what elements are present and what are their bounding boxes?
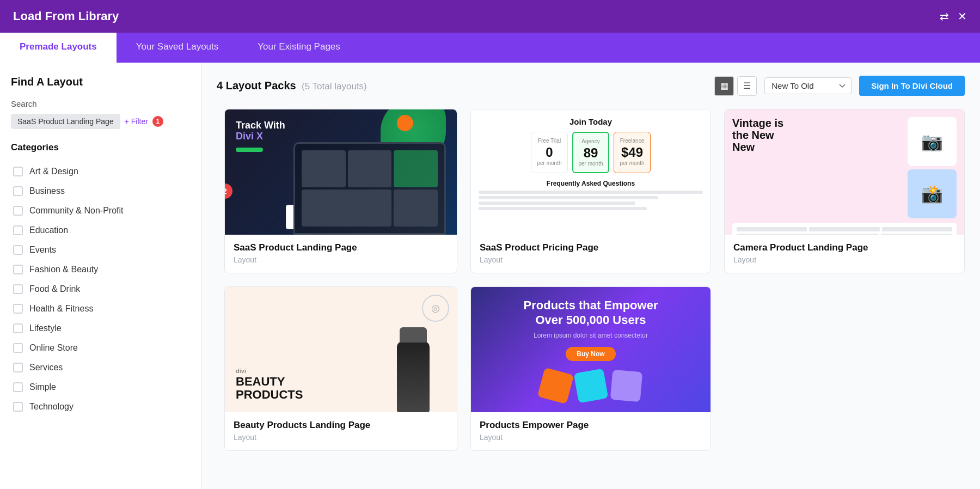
- card-thumbnail-1: Track With Divi X: [225, 109, 457, 235]
- category-label-education: Education: [29, 225, 68, 235]
- category-label-community: Community & Non-Profit: [29, 206, 124, 216]
- category-checkbox-events[interactable]: [13, 245, 23, 255]
- filter-badge: 1: [152, 116, 163, 127]
- content-area: 4 Layout Packs (5 Total layouts) ▦ ☰ New…: [201, 63, 980, 489]
- card-thumbnail-2: Join Today Free Trial 0 per month Agency…: [471, 109, 710, 235]
- category-item-technology[interactable]: Technology: [11, 397, 190, 417]
- category-checkbox-health-fitness[interactable]: [13, 304, 23, 314]
- category-item-simple[interactable]: Simple: [11, 377, 190, 397]
- card-title-1: SaaS Product Landing Page: [234, 242, 448, 253]
- category-checkbox-education[interactable]: [13, 225, 23, 235]
- sidebar: Find A Layout Search SaaS Product Landin…: [0, 63, 201, 489]
- sort-select[interactable]: New To Old Old To New A to Z Z to A: [764, 77, 852, 94]
- tab-saved[interactable]: Your Saved Layouts: [117, 33, 238, 63]
- card-info-3: Camera Product Landing Page Layout: [725, 235, 964, 273]
- main-layout: Find A Layout Search SaaS Product Landin…: [0, 63, 980, 489]
- category-item-health-fitness[interactable]: Health & Fitness: [11, 299, 190, 319]
- title-bar: Load From Library ⇄ ✕: [0, 0, 980, 33]
- search-tag[interactable]: SaaS Product Landing Page: [11, 114, 120, 129]
- card-title-5: Products Empower Page: [480, 420, 702, 431]
- category-label-events: Events: [29, 245, 56, 255]
- layout-card-4[interactable]: divi BEAUTYPRODUCTS ◎ Beauty Products La…: [224, 286, 457, 451]
- category-checkbox-services[interactable]: [13, 363, 23, 372]
- category-checkbox-business[interactable]: [13, 186, 23, 196]
- grid-view-button[interactable]: ▦: [714, 76, 734, 96]
- layout-card-5[interactable]: Products that EmpowerOver 500,000 Users …: [470, 286, 711, 451]
- close-icon[interactable]: ✕: [958, 10, 967, 23]
- card-type-3: Layout: [733, 255, 955, 264]
- category-item-art-design[interactable]: Art & Design: [11, 162, 190, 181]
- category-checkbox-community[interactable]: [13, 206, 23, 216]
- content-header: 4 Layout Packs (5 Total layouts) ▦ ☰ New…: [217, 76, 965, 96]
- category-item-lifestyle[interactable]: Lifestyle: [11, 319, 190, 338]
- category-label-art-design: Art & Design: [29, 167, 78, 176]
- search-row: SaaS Product Landing Page + Filter 1: [11, 114, 190, 129]
- title-bar-actions: ⇄ ✕: [940, 10, 967, 23]
- category-label-services: Services: [29, 363, 63, 372]
- card-thumbnail-5: Products that EmpowerOver 500,000 Users …: [471, 287, 710, 412]
- category-item-services[interactable]: Services: [11, 358, 190, 377]
- card-title-4: Beauty Products Landing Page: [234, 420, 448, 431]
- search-label: Search: [11, 99, 190, 108]
- tab-bar: Premade Layouts Your Saved Layouts Your …: [0, 33, 980, 63]
- category-checkbox-simple[interactable]: [13, 382, 23, 392]
- category-checkbox-lifestyle[interactable]: [13, 323, 23, 333]
- category-checkbox-technology[interactable]: [13, 402, 23, 412]
- pin-icon[interactable]: ⇄: [940, 10, 949, 23]
- layout-card-2[interactable]: Join Today Free Trial 0 per month Agency…: [470, 109, 711, 273]
- category-label-simple: Simple: [29, 382, 56, 392]
- layout-count: 4 Layout Packs (5 Total layouts): [217, 80, 367, 92]
- list-icon: ☰: [743, 81, 751, 91]
- category-label-food-drink: Food & Drink: [29, 284, 80, 294]
- view-toggle: ▦ ☰: [714, 76, 757, 96]
- filter-button[interactable]: + Filter: [125, 117, 148, 126]
- orange-blob: [397, 115, 413, 131]
- card-info-1: SaaS Product Landing Page Layout: [225, 235, 457, 273]
- card-info-5: Products Empower Page Layout: [471, 412, 710, 450]
- category-label-lifestyle: Lifestyle: [29, 323, 62, 333]
- category-item-events[interactable]: Events: [11, 240, 190, 260]
- card-type-4: Layout: [234, 433, 448, 442]
- category-item-community[interactable]: Community & Non-Profit: [11, 201, 190, 221]
- sign-in-button[interactable]: Sign In To Divi Cloud: [859, 76, 965, 96]
- layout-grid: 2 Track With Divi X: [217, 109, 965, 451]
- title-bar-title: Load From Library: [13, 9, 119, 23]
- card-info-4: Beauty Products Landing Page Layout: [225, 412, 457, 450]
- category-item-food-drink[interactable]: Food & Drink: [11, 279, 190, 299]
- category-label-online-store: Online Store: [29, 343, 78, 353]
- category-item-online-store[interactable]: Online Store: [11, 338, 190, 358]
- card-title-2: SaaS Product Pricing Page: [480, 242, 702, 253]
- card-type-5: Layout: [480, 433, 702, 442]
- category-checkbox-fashion-beauty[interactable]: [13, 265, 23, 274]
- category-label-fashion-beauty: Fashion & Beauty: [29, 265, 98, 274]
- sidebar-title: Find A Layout: [11, 76, 190, 88]
- card-thumbnail-3: Vintage isthe NewNew 📷 📸: [725, 109, 964, 235]
- card-title-3: Camera Product Landing Page: [733, 242, 955, 253]
- grid-icon: ▦: [720, 81, 728, 91]
- category-checkbox-online-store[interactable]: [13, 343, 23, 353]
- category-checkbox-art-design[interactable]: [13, 167, 23, 176]
- card-thumbnail-4: divi BEAUTYPRODUCTS ◎: [225, 287, 457, 412]
- categories-title: Categories: [11, 142, 190, 153]
- card-info-2: SaaS Product Pricing Page Layout: [471, 235, 710, 273]
- card-type-2: Layout: [480, 255, 702, 264]
- category-item-fashion-beauty[interactable]: Fashion & Beauty: [11, 260, 190, 279]
- layout-card-3[interactable]: Vintage isthe NewNew 📷 📸: [724, 109, 965, 273]
- category-label-technology: Technology: [29, 402, 74, 412]
- tab-existing[interactable]: Your Existing Pages: [238, 33, 360, 63]
- layout-card-1[interactable]: 2 Track With Divi X: [224, 109, 457, 273]
- category-item-business[interactable]: Business: [11, 181, 190, 201]
- header-right: ▦ ☰ New To Old Old To New A to Z Z to A …: [714, 76, 965, 96]
- category-item-education[interactable]: Education: [11, 221, 190, 240]
- category-label-health-fitness: Health & Fitness: [29, 304, 93, 314]
- tab-premade[interactable]: Premade Layouts: [0, 33, 117, 63]
- category-checkbox-food-drink[interactable]: [13, 284, 23, 294]
- category-label-business: Business: [29, 186, 65, 196]
- card-type-1: Layout: [234, 255, 448, 264]
- list-view-button[interactable]: ☰: [737, 76, 757, 96]
